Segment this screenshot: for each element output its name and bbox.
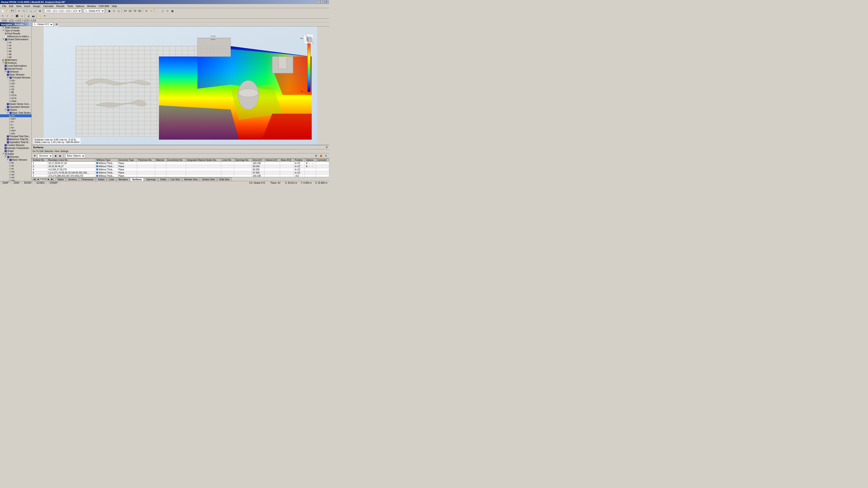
table-row[interactable]: 319-26,36-45,27Without Thick...Plane50.0… xyxy=(32,165,329,168)
new-button[interactable]: 📄 xyxy=(0,8,5,13)
bottom-tab-members[interactable]: Members xyxy=(116,178,130,181)
expand-strains[interactable]: ▼ xyxy=(4,109,7,111)
nav-local-def[interactable]: Local Deformations xyxy=(0,64,31,67)
menu-options[interactable]: Options xyxy=(74,4,86,8)
s1p-radio[interactable] xyxy=(9,80,11,82)
data-table[interactable]: Surface No. Boundary Lines No. Stiffness… xyxy=(32,158,329,177)
gxyp-radio[interactable] xyxy=(9,130,11,131)
bottom-tab-tables[interactable]: Tables xyxy=(55,178,66,181)
nav-phiz[interactable]: φz xyxy=(0,56,31,59)
hidden-line-button[interactable]: ◻ xyxy=(116,8,121,13)
nav-sigma1p[interactable]: σ1+ xyxy=(0,79,31,82)
txym-radio[interactable] xyxy=(9,180,11,181)
col-eccentricity[interactable]: Eccentricity No. xyxy=(166,159,186,162)
add-node-button[interactable]: • xyxy=(5,13,10,18)
nav-isotropic[interactable]: Isotropic Characteristics xyxy=(0,147,31,150)
nav-final-results[interactable]: Final Results xyxy=(0,32,31,35)
select-button[interactable]: ↖ xyxy=(0,13,5,18)
nav-internal-forces[interactable]: Internal Forces xyxy=(0,67,31,70)
stm-radio[interactable] xyxy=(9,94,11,96)
nav-sigma1m2[interactable]: σ1,m xyxy=(0,97,31,100)
txy-radio[interactable] xyxy=(9,171,11,173)
nav-uy[interactable]: uy xyxy=(0,44,31,47)
3d-view-button[interactable]: 3D xyxy=(137,8,142,13)
s1m-radio[interactable] xyxy=(9,86,11,88)
pan-button[interactable]: ✋ xyxy=(149,8,153,13)
nav-strains[interactable]: ▼ Strains xyxy=(0,108,31,111)
epspm-radio[interactable] xyxy=(9,121,11,123)
xy-view-button[interactable]: XY xyxy=(123,8,128,13)
theta-radio[interactable] xyxy=(9,92,11,93)
nav-theta[interactable]: θ6 xyxy=(0,91,31,94)
bottom-tab-line-sets[interactable]: Line Sets xyxy=(168,178,182,181)
uy-radio[interactable] xyxy=(7,44,8,46)
nav-global-deformations[interactable]: ▼ Global Deformations xyxy=(0,38,31,41)
gxym-radio[interactable] xyxy=(9,133,11,134)
viewport-combo[interactable]: 1 - Global XYZ xyxy=(33,22,53,26)
status-grid[interactable]: GRID xyxy=(12,182,21,185)
nav-solid-sigmax[interactable]: σx xyxy=(0,161,31,164)
nav-solid-tauyz[interactable]: τyz xyxy=(0,173,31,176)
measure-button[interactable]: 📏 xyxy=(38,13,42,18)
maximize-button[interactable]: □ xyxy=(320,0,324,4)
nav-stresses[interactable]: ▼ Stresses xyxy=(0,70,31,73)
expand-surfaces[interactable]: ▼ xyxy=(2,62,4,64)
col-options[interactable]: Options xyxy=(305,159,316,162)
add-member-button[interactable]: ⬛ xyxy=(15,13,19,18)
col-volume[interactable]: Volume [m³] xyxy=(264,159,280,162)
s1m2-radio[interactable] xyxy=(9,97,11,99)
surface-button[interactable]: ▦ xyxy=(170,8,175,13)
menu-file[interactable]: File xyxy=(1,4,8,8)
nav-sigmatm[interactable]: σT,m xyxy=(0,94,31,97)
page-next-btn[interactable]: ▶ xyxy=(47,177,51,181)
table-next-btn[interactable]: ▶ xyxy=(58,154,63,158)
col-boundary-lines[interactable]: Boundary Lines No. xyxy=(47,159,95,162)
table-row[interactable]: 51,2,4,271,70-69,28-33,166,69,262,265,..… xyxy=(32,171,329,174)
bottom-tab-surface-sets[interactable]: Surface Sets xyxy=(200,178,217,181)
txz-radio[interactable] xyxy=(9,177,11,178)
tyz-radio[interactable] xyxy=(9,174,11,175)
nav-shape[interactable]: Shape xyxy=(0,150,31,153)
table-menu-edit[interactable]: Edit xyxy=(39,150,43,153)
nav-members[interactable]: ▶ Members xyxy=(0,59,31,61)
col-mass[interactable]: Mass M [t] xyxy=(280,159,293,162)
col-lines[interactable]: Lines No. xyxy=(221,159,234,162)
menu-edit[interactable]: Edit xyxy=(8,4,15,8)
table-filter-btn[interactable]: ▼ xyxy=(33,154,37,158)
nav-type-of-results[interactable]: ▼ Type of results xyxy=(0,29,31,32)
col-thickness[interactable]: Thickness No. xyxy=(137,159,155,162)
nav-epsx-plus[interactable]: εx+ xyxy=(0,114,31,117)
menu-results[interactable]: Results xyxy=(55,4,66,8)
col-area[interactable]: Area [m²] xyxy=(252,159,264,162)
zoom-out-button[interactable]: 🔎 xyxy=(33,8,37,13)
table-row[interactable]: 7273,274,388,403-397,470-459,275Without … xyxy=(32,174,329,177)
coord-system-combo[interactable]: 1 - Global XYZ xyxy=(84,9,105,13)
phix-radio[interactable] xyxy=(7,51,8,52)
nav-phiy[interactable]: φy xyxy=(0,53,31,56)
annotate-button[interactable]: ✏ xyxy=(42,13,47,18)
menu-help[interactable]: Help xyxy=(111,4,119,8)
expand-icon-results[interactable]: ▼ xyxy=(2,30,4,32)
nav-max-strains[interactable]: Maximum Total Strains xyxy=(0,138,31,141)
nav-solid-sigmaz[interactable]: σz xyxy=(0,167,31,170)
expand-stresses[interactable]: ▼ xyxy=(4,71,7,73)
sx-radio[interactable] xyxy=(9,162,11,164)
three-d-view[interactable]: 1 - Global XYZ ⚙ xyxy=(32,22,329,145)
redo-button[interactable]: ↪ xyxy=(22,8,26,13)
nav-solids[interactable]: ▼ Solids xyxy=(0,153,31,156)
expand-solids[interactable]: ▼ xyxy=(2,153,4,155)
menu-assign[interactable]: Assign xyxy=(32,4,42,8)
nav-equiv-strains[interactable]: Equivalent Total Strains xyxy=(0,141,31,144)
nav-solid-basic[interactable]: ▼ Basic Stresses xyxy=(0,158,31,161)
col-openings[interactable]: Openings No. xyxy=(234,159,252,162)
bottom-tab-solid-sets[interactable]: Solid Sets xyxy=(217,178,231,181)
radio-differences[interactable] xyxy=(4,35,7,38)
yz-view-button[interactable]: YZ xyxy=(133,8,137,13)
bottom-tab-solids[interactable]: Solids xyxy=(158,178,168,181)
close-button[interactable]: ✕ xyxy=(324,0,328,4)
nav-gamma-xy-m[interactable]: γxy- xyxy=(0,132,31,135)
nav-phix[interactable]: φx xyxy=(0,50,31,53)
nav-ux[interactable]: ux xyxy=(0,41,31,44)
table-prev-btn[interactable]: ◀ xyxy=(53,154,58,158)
nav-eps-mm[interactable]: ε-- xyxy=(0,123,31,126)
